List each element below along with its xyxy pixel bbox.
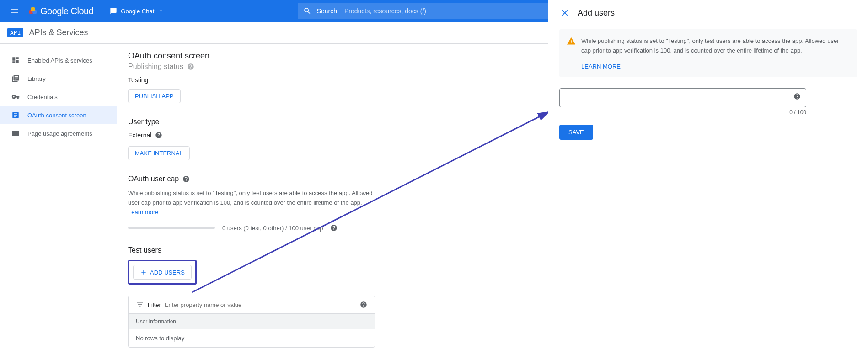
help-icon[interactable]	[360, 301, 367, 308]
sidebar-item-oauth-consent[interactable]: OAuth consent screen	[0, 106, 117, 124]
user-cap-description: While publishing status is set to "Testi…	[128, 190, 373, 206]
sidebar-item-label: Credentials	[27, 94, 58, 100]
help-icon[interactable]	[182, 175, 190, 183]
warning-icon	[567, 37, 576, 46]
dropdown-icon	[158, 8, 164, 14]
close-icon	[560, 8, 570, 18]
sidebar-item-credentials[interactable]: Credentials	[0, 88, 117, 106]
hamburger-menu-icon[interactable]	[4, 0, 26, 22]
search-icon	[303, 7, 311, 15]
plus-icon	[140, 269, 147, 276]
sidebar-item-label: Page usage agreements	[27, 130, 92, 137]
warning-text: While publishing status is set to "Testi…	[581, 37, 850, 56]
svg-point-2	[31, 7, 35, 11]
api-badge: API	[7, 28, 23, 37]
search-label: Search	[317, 7, 337, 15]
consent-icon	[11, 111, 20, 120]
learn-more-link[interactable]: Learn more	[128, 209, 158, 216]
progress-bar	[128, 227, 215, 229]
service-title: APIs & Services	[29, 28, 88, 37]
table-header: User information	[129, 314, 375, 329]
key-icon	[11, 92, 20, 101]
progress-text: 0 users (0 test, 0 other) / 100 user cap	[222, 225, 323, 232]
project-name: Google Chat	[121, 8, 154, 15]
add-users-panel: Add users While publishing status is set…	[548, 0, 868, 359]
make-internal-button[interactable]: MAKE INTERNAL	[128, 146, 190, 160]
help-icon[interactable]	[155, 132, 162, 139]
users-table: Filter User information No rows to displ…	[128, 296, 375, 348]
library-icon	[11, 74, 20, 83]
sidebar-item-label: Enabled APIs & services	[27, 57, 92, 64]
chat-icon	[110, 7, 117, 15]
learn-more-button[interactable]: LEARN MORE	[581, 63, 850, 70]
add-users-button[interactable]: ADD USERS	[133, 265, 192, 280]
user-type-value: External	[128, 132, 151, 139]
save-button[interactable]: SAVE	[559, 125, 593, 140]
google-cloud-logo[interactable]: Google Cloud	[27, 5, 93, 16]
publishing-status-heading: Publishing status	[128, 63, 183, 71]
agreement-icon	[11, 129, 20, 138]
user-email-input[interactable]	[559, 88, 806, 107]
sidebar-item-library[interactable]: Library	[0, 69, 117, 88]
help-icon[interactable]	[187, 63, 194, 70]
publish-app-button[interactable]: PUBLISH APP	[128, 89, 181, 103]
add-users-label: ADD USERS	[150, 269, 185, 276]
table-empty-text: No rows to display	[129, 329, 375, 347]
filter-icon[interactable]	[136, 301, 144, 309]
user-cap-heading: OAuth user cap	[128, 175, 179, 183]
warning-box: While publishing status is set to "Testi…	[559, 29, 857, 77]
project-selector[interactable]: Google Chat	[104, 5, 170, 17]
help-icon[interactable]	[793, 93, 801, 100]
dashboard-icon	[11, 56, 20, 65]
help-icon[interactable]	[330, 224, 338, 232]
filter-input[interactable]	[165, 301, 356, 308]
panel-title: Add users	[578, 8, 615, 18]
filter-label: Filter	[148, 301, 161, 308]
close-button[interactable]	[559, 7, 570, 18]
sidebar-item-label: OAuth consent screen	[27, 112, 86, 119]
user-counter: 0 / 100	[559, 109, 806, 116]
sidebar: Enabled APIs & services Library Credenti…	[0, 44, 117, 359]
logo-text: Google Cloud	[40, 6, 93, 16]
sidebar-item-label: Library	[27, 75, 46, 82]
highlight-annotation: ADD USERS	[128, 260, 197, 285]
sidebar-item-page-usage[interactable]: Page usage agreements	[0, 124, 117, 143]
sidebar-item-enabled-apis[interactable]: Enabled APIs & services	[0, 51, 117, 69]
